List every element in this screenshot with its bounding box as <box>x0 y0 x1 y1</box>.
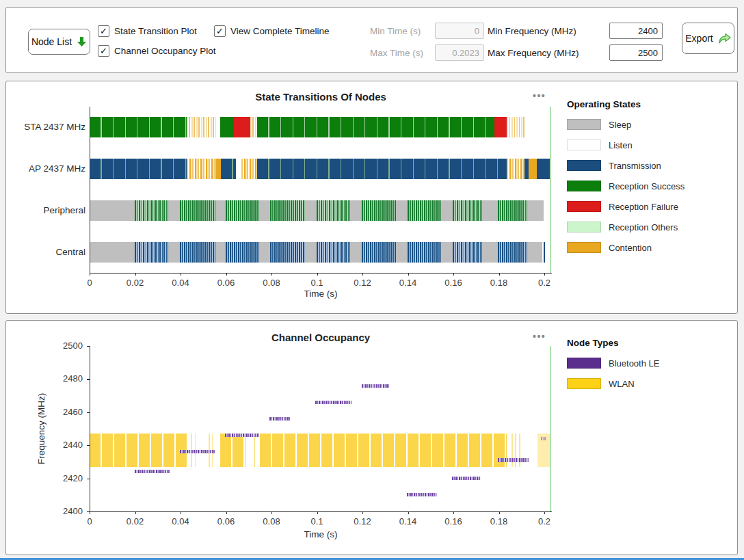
checkbox-row-channel-occupancy: ✓ Channel Occupancy Plot <box>98 45 216 57</box>
state-segment <box>507 159 524 179</box>
ble-hop-segment <box>269 417 290 421</box>
sleep-swatch <box>567 119 601 130</box>
state-segment <box>529 159 537 179</box>
min-time-label: Min Time (s) <box>370 26 421 36</box>
ble-hop-segment <box>315 401 351 404</box>
state-row <box>90 159 552 179</box>
state-chart-menu-icon[interactable]: ••• <box>533 90 546 101</box>
state-segment <box>544 242 545 263</box>
x-tick-label: 0.08 <box>263 278 280 288</box>
check-icon: ✓ <box>100 27 107 36</box>
legend-item-contention: Contention <box>567 242 652 253</box>
ble-hop-segment <box>180 450 215 453</box>
y-tick-label: 2500 <box>49 341 83 351</box>
x-tick <box>271 273 272 276</box>
y-tick <box>87 346 90 347</box>
state-segment <box>226 242 259 263</box>
wlan-segment <box>260 434 507 466</box>
x-tick <box>499 511 500 514</box>
max-frequency-input[interactable] <box>609 44 663 61</box>
x-tick-label: 0 <box>87 516 92 526</box>
occupancy-chart-ylabel: Frequency (MHz) <box>36 346 46 511</box>
view-complete-timeline-checkbox[interactable]: ✓ <box>214 25 226 37</box>
x-tick <box>362 273 363 276</box>
state-chart-x-axis <box>90 273 552 274</box>
wlan-segment <box>220 434 245 466</box>
state-chart-xlabel: Time (s) <box>90 289 552 299</box>
channel-occupancy-checkbox[interactable]: ✓ <box>98 45 109 57</box>
wlan-swatch <box>567 378 601 389</box>
occupancy-chart-plot-area <box>90 346 552 511</box>
node-types-legend-title: Node Types <box>567 338 619 348</box>
state-segment <box>317 200 351 221</box>
ble-hop-segment <box>135 470 170 473</box>
x-tick-label: 0.18 <box>490 516 507 526</box>
state-row <box>90 117 552 137</box>
max-time-input[interactable] <box>435 44 484 61</box>
state-segment <box>498 242 527 263</box>
x-tick <box>453 273 454 276</box>
x-tick-label: 0.2 <box>538 278 550 288</box>
state-segment <box>453 200 482 221</box>
export-button[interactable]: Export <box>682 23 734 54</box>
occupancy-chart-menu-icon[interactable]: ••• <box>533 331 546 342</box>
state-segment <box>362 242 396 263</box>
x-tick <box>408 273 409 276</box>
x-tick <box>317 511 318 514</box>
checkbox-row-state-transition: ✓ State Transition Plot <box>98 25 197 37</box>
state-chart-y-axis <box>90 107 90 273</box>
x-tick-label: 0.12 <box>354 516 371 526</box>
y-tick-label: 2480 <box>49 373 83 384</box>
x-tick-label: 0.16 <box>444 516 462 526</box>
x-tick-label: 0 <box>87 278 92 288</box>
channel-occupancy-checkbox-label: Channel Occupancy Plot <box>114 46 216 56</box>
view-complete-timeline-checkbox-label: View Complete Timeline <box>230 26 330 36</box>
y-tick <box>87 379 90 379</box>
legend-item-sleep: Sleep <box>567 119 631 130</box>
state-transitions-panel: State Transitions Of Nodes ••• Time (s) … <box>5 81 738 314</box>
state-segment <box>537 159 550 179</box>
x-tick-label: 0.1 <box>310 516 323 526</box>
y-tick <box>87 412 90 413</box>
state-segment <box>135 242 168 263</box>
x-tick-label: 0.1 <box>310 278 323 288</box>
row-label: STA 2437 MHz <box>9 122 85 132</box>
x-tick-label: 0.08 <box>263 516 280 526</box>
min-frequency-input[interactable] <box>609 23 663 39</box>
toolbar-panel: Node List ✓ State Transition Plot ✓ Chan… <box>5 7 738 73</box>
y-tick-label: 2400 <box>49 506 83 516</box>
x-tick <box>226 273 227 276</box>
x-tick <box>544 273 545 276</box>
state-transition-checkbox[interactable]: ✓ <box>98 25 109 37</box>
x-tick-label: 0.06 <box>217 516 235 526</box>
x-tick <box>135 273 136 276</box>
state-segment <box>257 117 494 137</box>
x-tick <box>90 511 90 514</box>
max-frequency-label: Max Frequency (MHz) <box>488 48 579 58</box>
occupancy-chart-y-axis <box>90 346 90 511</box>
y-tick <box>87 511 90 512</box>
state-segment <box>362 200 396 221</box>
state-segment <box>220 117 234 137</box>
state-segment <box>241 159 257 179</box>
state-segment <box>317 242 351 263</box>
legend-item-bluetooth-le: Bluetooth LE <box>567 358 659 369</box>
min-time-input[interactable] <box>435 23 484 39</box>
state-transition-checkbox-label: State Transition Plot <box>114 26 197 36</box>
y-tick <box>87 479 90 479</box>
node-list-label: Node List <box>31 36 72 47</box>
x-tick-label: 0.2 <box>538 516 550 526</box>
wlan-sparse-line <box>254 434 255 466</box>
row-label: Central <box>9 247 85 257</box>
listen-swatch <box>567 139 601 150</box>
bluetooth-le-swatch <box>567 358 601 369</box>
row-label: AP 2437 MHz <box>9 163 85 174</box>
state-segment <box>453 242 482 263</box>
node-list-button[interactable]: Node List <box>28 29 90 55</box>
legend-item-reception-failure: Reception Failure <box>567 201 678 212</box>
max-time-label: Max Time (s) <box>370 48 423 58</box>
state-segment <box>135 200 168 221</box>
legend-item-transmission: Transmission <box>567 160 661 171</box>
state-row <box>90 200 552 221</box>
state-segment <box>257 159 507 179</box>
